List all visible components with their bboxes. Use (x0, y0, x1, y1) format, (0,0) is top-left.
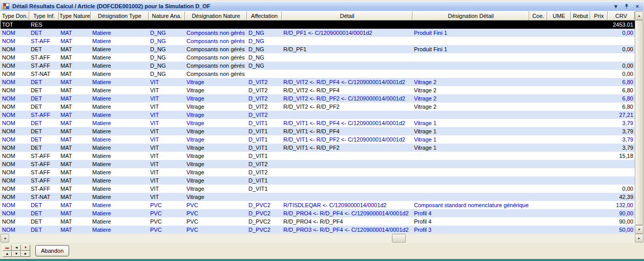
table-row[interactable]: NOMDETMATMatiereVITVitrageD_VIT2R/D_VIT2… (1, 78, 635, 86)
cell-type_inf: DET (29, 94, 59, 103)
vertical-scroll-track[interactable] (635, 20, 643, 225)
column-header-nature_ana[interactable]: Nature Ana. (149, 11, 185, 21)
cell-designation_detail (412, 193, 529, 201)
table-row[interactable]: NOMST-AFFMATMatiereVITVitrageD_VIT115,18 (1, 152, 635, 160)
table-row[interactable]: NOMDETMATMatierePVCPVCD_PVC2R/TISDLEQAR … (1, 201, 635, 209)
cell-affectation: D_PVC2 (247, 201, 282, 209)
table-row[interactable]: NOMST-AFFMATMatiereVITVitrageD_VIT227,21 (1, 111, 635, 119)
table-row[interactable]: NOMST-AFFMATMatiereD_NGComposants non gé… (1, 62, 635, 70)
table-row[interactable]: NOMDETMATMatiereVITVitrageD_VIT2R/D_VIT2… (1, 94, 635, 103)
column-header-type_inf[interactable]: Type Inf. (29, 11, 59, 21)
cell-crv: 0,00 (608, 45, 635, 53)
table-row[interactable]: NOMST-AFFMATMatiereD_NGComposants non gé… (1, 53, 635, 62)
nav-prev-button[interactable]: ◄ (12, 245, 21, 251)
table-row[interactable]: NOMDETMATMatiereVITVitrageD_VIT2R/D_VIT2… (1, 86, 635, 94)
table-row[interactable]: NOMST-NATMATMatiereD_NGComposants non gé… (1, 70, 635, 78)
table-row[interactable]: NOMDETMATMatiereVITVitrageD_VIT1R/D_VIT1… (1, 119, 635, 127)
grid-body: TOTRES2453.01NOMDETMATMatiereD_NGComposa… (1, 21, 635, 234)
close-button[interactable]: × (634, 3, 641, 10)
column-header-ume[interactable]: UME (547, 11, 571, 21)
nav-down-button[interactable]: ▼ (12, 251, 21, 257)
scroll-left-button[interactable]: ◄ (1, 234, 9, 243)
cell-prix (590, 119, 608, 127)
column-header-designation_detail[interactable]: Désignation Détail (412, 11, 529, 21)
table-row[interactable]: NOMDETMATMatiereD_NGComposants non gérés… (1, 29, 635, 37)
cell-rebut (571, 176, 590, 185)
nav-up-button[interactable]: ▲ (3, 251, 12, 257)
horizontal-scroll-track[interactable] (9, 234, 635, 243)
table-row[interactable]: NOMST-NATMATMatiereVITVitrage42,39 (1, 193, 635, 201)
table-row[interactable]: NOMST-AFFMATMatiereVITVitrageD_VIT10,00 (1, 185, 635, 193)
cell-designation_detail (412, 21, 529, 29)
cell-affectation: D_PVC2 (247, 209, 282, 217)
nav-collapse-button[interactable]: ▬ (3, 245, 12, 251)
pin-button[interactable] (623, 3, 630, 10)
cell-type_don: NOM (1, 86, 29, 94)
cell-crv: 2453.01 (608, 21, 635, 29)
table-row[interactable]: NOMDETMATMatiereVITVitrageD_VIT1R/D_VIT1… (1, 127, 635, 135)
vertical-scrollbar[interactable]: ▲ ▼ (635, 11, 643, 234)
nav-last-button[interactable]: ► (21, 251, 30, 257)
cell-prix (590, 29, 608, 37)
cell-prix (590, 86, 608, 94)
table-row[interactable]: NOMST-AFFMATMatiereVITVitrageD_VIT2 (1, 168, 635, 176)
cell-designation_detail: Vitrage 2 (412, 103, 529, 111)
column-header-crv[interactable]: CRV (608, 11, 635, 21)
scroll-up-button[interactable]: ▲ (635, 11, 643, 20)
cell-prix (590, 127, 608, 135)
table-row[interactable]: NOMDETMATMatiereVITVitrageD_VIT1R/D_VIT1… (1, 135, 635, 144)
cell-affectation: D_VIT1 (247, 144, 282, 152)
cell-crv: 0,00 (608, 29, 635, 37)
cell-prix (590, 21, 608, 29)
table-row[interactable]: NOMST-AFFMATMatiereVITVitrageD_VIT1 (1, 176, 635, 185)
cell-rebut (571, 217, 590, 226)
table-row[interactable]: NOMST-AFFMATMatiereVITVitrageD_VIT2 (1, 160, 635, 168)
column-header-type_nature[interactable]: Type Nature (59, 11, 91, 21)
cell-type_inf: DET (29, 201, 59, 209)
cell-nature_ana: D_NG (149, 45, 185, 53)
cell-nature_ana: PVC (149, 226, 185, 234)
column-header-rebut[interactable]: Rebut (571, 11, 590, 21)
column-header-prix[interactable]: Prix (590, 11, 608, 21)
table-row[interactable]: NOMDETMATMatiereVITVitrageD_VIT2R/D_VIT2… (1, 103, 635, 111)
nav-expand-button[interactable]: ▼ (21, 245, 30, 251)
cell-detail: R/D_VIT1 <- R/D_PF4 (282, 127, 412, 135)
column-header-designation_type[interactable]: Désignation Type (91, 11, 149, 21)
column-header-coe[interactable]: Coe. (529, 11, 547, 21)
window-menu-button[interactable]: ▾ (612, 3, 619, 10)
cell-prix (590, 217, 608, 226)
cell-designation_detail (412, 111, 529, 119)
abandon-button[interactable]: Abandon (35, 245, 69, 256)
cell-detail: R/D_PF1 <- C/1209000014/0001d2 (282, 29, 412, 37)
column-header-affectation[interactable]: Affectation (247, 11, 282, 21)
column-header-type_don[interactable]: Type Don. (1, 11, 29, 21)
cell-nature_ana: D_NG (149, 29, 185, 37)
table-row[interactable]: NOMDETMATMatierePVCPVCD_PVC2R/D_PRO4 <- … (1, 209, 635, 217)
horizontal-scroll-thumb[interactable] (392, 234, 406, 243)
cell-designation_type: Matiere (91, 86, 149, 94)
vertical-scroll-thumb[interactable] (635, 20, 643, 225)
cell-type_inf: DET (29, 127, 59, 135)
table-row[interactable]: NOMDETMATMatiereD_NGComposants non gérés… (1, 45, 635, 53)
cell-coe (529, 29, 547, 37)
scroll-right-button[interactable]: ► (635, 234, 643, 243)
table-row[interactable]: NOMDETMATMatiereVITVitrageD_VIT1R/D_VIT1… (1, 144, 635, 152)
cell-crv: 3,79 (608, 119, 635, 127)
cell-designation_detail: Profil 3 (412, 226, 529, 234)
table-row[interactable]: TOTRES2453.01 (1, 21, 635, 29)
table-row[interactable]: NOMDETMATMatierePVCPVCD_PVC2R/D_PRO3 <- … (1, 226, 635, 234)
cell-detail (282, 53, 412, 62)
cell-designation_type (91, 21, 149, 29)
cell-ume (547, 176, 571, 185)
cell-designation_nature (185, 21, 247, 29)
column-header-designation_nature[interactable]: Désignation Nature (185, 11, 247, 21)
cell-ume (547, 168, 571, 176)
table-row[interactable]: NOMST-AFFMATMatiereD_NGComposants non gé… (1, 37, 635, 45)
cell-type_nature: MAT (59, 193, 91, 201)
horizontal-scrollbar[interactable]: ◄ ► (1, 234, 643, 243)
column-header-detail[interactable]: Détail (282, 11, 412, 21)
cell-type_don: NOM (1, 37, 29, 45)
cell-ume (547, 201, 571, 209)
table-row[interactable]: NOMDETMATMatierePVCPVCD_PVC2R/D_PRO4 <- … (1, 217, 635, 226)
scroll-down-button[interactable]: ▼ (635, 225, 643, 234)
